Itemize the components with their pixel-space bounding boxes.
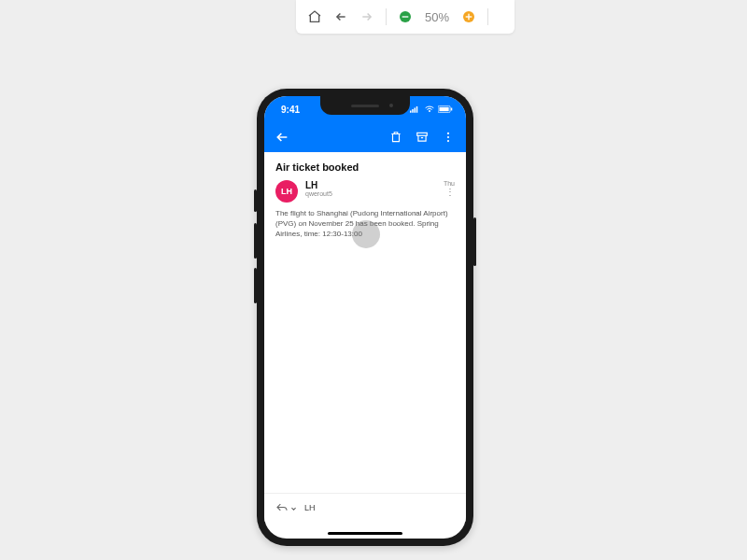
svg-point-14 <box>447 136 449 138</box>
zoom-in-icon[interactable] <box>459 7 478 26</box>
side-button <box>254 268 257 303</box>
svg-rect-7 <box>415 108 416 113</box>
trash-icon[interactable] <box>388 129 404 146</box>
reply-chevron-icon[interactable] <box>290 499 297 516</box>
forward-arrow-icon[interactable] <box>358 7 376 26</box>
phone-frame: 9:41 Air ticket booked <box>257 89 473 546</box>
signal-icon <box>410 105 421 113</box>
svg-point-15 <box>447 140 449 142</box>
zoom-out-icon[interactable] <box>396 7 415 26</box>
side-button <box>254 189 257 212</box>
back-icon[interactable] <box>274 129 290 146</box>
email-body: The flight to Shanghai (Pudong Internati… <box>275 208 455 240</box>
svg-rect-8 <box>416 106 418 113</box>
wifi-icon <box>424 105 435 113</box>
status-icons <box>410 105 453 113</box>
side-button <box>254 223 257 259</box>
more-icon[interactable] <box>440 129 457 146</box>
svg-rect-1 <box>402 16 409 17</box>
reply-bar[interactable]: LH <box>264 493 466 522</box>
avatar[interactable]: LH <box>275 180 298 203</box>
phone-screen: 9:41 Air ticket booked <box>264 96 466 539</box>
email-subject: Air ticket booked <box>275 161 455 173</box>
row-more-icon[interactable]: ⋮ <box>444 190 455 194</box>
phone-notch <box>320 96 410 115</box>
svg-rect-4 <box>468 14 469 21</box>
reply-recipient: LH <box>304 503 316 512</box>
archive-icon[interactable] <box>414 129 430 146</box>
sender-address: qwerout5 <box>305 190 436 197</box>
sender-name: LH <box>305 180 436 190</box>
svg-rect-5 <box>410 111 412 113</box>
back-arrow-icon[interactable] <box>331 7 350 26</box>
reply-icon[interactable] <box>275 499 289 516</box>
status-time: 9:41 <box>281 105 300 115</box>
svg-rect-11 <box>451 108 452 111</box>
app-bar <box>264 122 466 152</box>
home-icon[interactable] <box>305 7 324 26</box>
email-date: Thu <box>444 180 455 187</box>
emulator-toolbar: 50% <box>296 0 514 34</box>
toolbar-separator <box>487 8 488 25</box>
email-content: Air ticket booked LH LH qwerout5 Thu ⋮ T… <box>264 152 466 249</box>
svg-rect-12 <box>417 133 428 135</box>
sender-row: LH LH qwerout5 Thu ⋮ <box>275 180 455 203</box>
battery-icon <box>438 105 453 113</box>
svg-rect-6 <box>412 109 414 113</box>
zoom-level: 50% <box>422 10 452 24</box>
svg-rect-10 <box>439 107 448 111</box>
svg-point-13 <box>447 133 449 134</box>
side-button <box>473 217 476 266</box>
toolbar-separator <box>386 8 387 25</box>
home-indicator[interactable] <box>328 532 402 535</box>
